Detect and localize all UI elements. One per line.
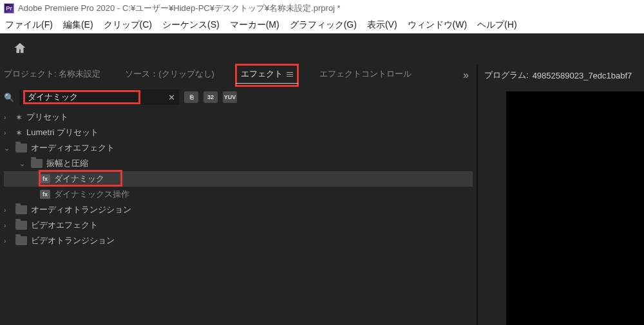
accelerated-filter-icon[interactable]: ⎘ [184, 91, 198, 103]
folder-icon [15, 144, 27, 153]
tree-lumetri-presets[interactable]: ›✶ Lumetri プリセット [4, 125, 473, 140]
folder-icon [15, 205, 27, 214]
tree-presets[interactable]: ›✶ プリセット [4, 109, 473, 125]
menu-view[interactable]: 表示(V) [367, 19, 397, 31]
program-monitor[interactable] [506, 91, 644, 325]
program-panel-tab[interactable]: プログラム: 49852589023_7edc1babf7 [478, 64, 644, 86]
tree-dynamic-effect[interactable]: fx ダイナミック [4, 171, 473, 187]
menu-help[interactable]: ヘルプ(H) [477, 19, 516, 31]
menu-graphic[interactable]: グラフィック(G) [290, 19, 357, 31]
program-monitor-canvas [506, 91, 644, 325]
overflow-tabs-icon[interactable]: » [463, 70, 474, 81]
effects-search-input[interactable] [28, 93, 136, 102]
32bit-filter-icon[interactable]: 32 [204, 91, 218, 103]
menu-window[interactable]: ウィンドウ(W) [408, 19, 468, 31]
effects-tree: ›✶ プリセット ›✶ Lumetri プリセット ⌄ オーディオエフェクト ⌄ [0, 108, 477, 325]
menu-sequence[interactable]: シーケンス(S) [162, 19, 220, 31]
window-titlebar: Pr Adobe Premiere Pro 2020 - C:¥ユーザー¥Hid… [0, 0, 644, 17]
menu-marker[interactable]: マーカー(M) [230, 19, 279, 31]
left-panel-tabs: プロジェクト: 名称未設定 ソース：(クリップなし) エフェクト エフェクトコン… [0, 64, 477, 86]
panel-menu-icon[interactable] [287, 72, 293, 77]
workspace-bar [0, 33, 644, 64]
folder-icon [31, 159, 43, 168]
effects-search-input-wrap[interactable]: ✕ [19, 89, 179, 105]
preset-star-icon: ✶ [15, 128, 23, 138]
menu-edit[interactable]: 編集(E) [63, 19, 93, 31]
effect-preset-icon: fx [40, 190, 50, 199]
tab-effect-controls[interactable]: エフェクトコントロール [316, 66, 415, 85]
tab-source[interactable]: ソース：(クリップなし) [121, 66, 218, 85]
app-title: Adobe Premiere Pro 2020 - C:¥ユーザー¥Hidep-… [18, 3, 341, 14]
tree-amplitude-compression[interactable]: ⌄ 振幅と圧縮 [4, 156, 473, 171]
yuv-filter-icon[interactable]: YUV [223, 91, 237, 103]
tree-dynamics-operation[interactable]: fx ダイナミックス操作 [4, 187, 473, 202]
preset-star-icon: ✶ [15, 113, 23, 122]
menu-file[interactable]: ファイル(F) [5, 19, 53, 31]
tree-audio-effects[interactable]: ⌄ オーディオエフェクト [4, 140, 473, 156]
tree-video-transitions[interactable]: › ビデオトランジション [4, 233, 473, 248]
home-icon[interactable] [13, 41, 27, 57]
menu-clip[interactable]: クリップ(C) [104, 19, 152, 31]
search-icon: 🔍 [4, 93, 14, 102]
app-logo-icon: Pr [4, 3, 14, 14]
effect-preset-icon: fx [40, 174, 50, 183]
clear-search-icon[interactable]: ✕ [168, 93, 175, 102]
effects-panel: 🔍 ✕ ⎘ 32 YUV ›✶ [0, 86, 477, 325]
menu-bar: ファイル(F) 編集(E) クリップ(C) シーケンス(S) マーカー(M) グ… [0, 17, 644, 33]
tree-video-effects[interactable]: › ビデオエフェクト [4, 218, 473, 233]
tab-project[interactable]: プロジェクト: 名称未設定 [0, 66, 104, 85]
effects-search-row: 🔍 ✕ ⎘ 32 YUV [0, 86, 477, 108]
folder-icon [15, 221, 27, 230]
tab-effects[interactable]: エフェクト [235, 64, 299, 87]
effects-filter-icons: ⎘ 32 YUV [184, 91, 237, 103]
folder-icon [15, 236, 27, 245]
tree-audio-transitions[interactable]: › オーディオトランジション [4, 202, 473, 218]
